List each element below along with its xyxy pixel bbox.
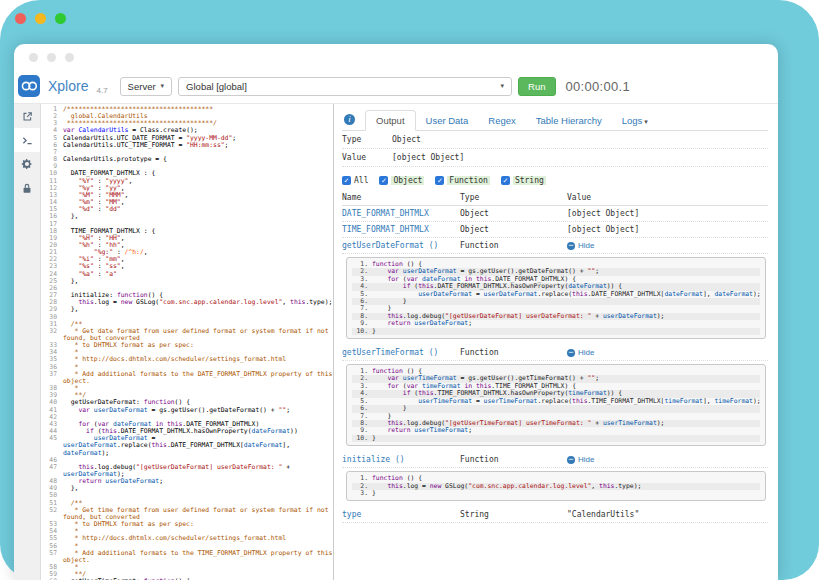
editor-line: 32 * Get date format from user defined f…: [41, 328, 333, 342]
code-editor[interactable]: 1/**************************************…: [41, 104, 334, 580]
result-name-link[interactable]: getUserDateFormat (): [342, 241, 438, 250]
hide-label: Hide: [578, 241, 594, 250]
code-line: 10.}: [352, 328, 760, 335]
run-button[interactable]: Run: [518, 77, 555, 96]
result-name-link[interactable]: getUserTimeFormat (): [342, 348, 438, 357]
filter-all[interactable]: ✓All: [342, 176, 368, 185]
xplore-logo-icon: [18, 75, 40, 97]
maximize-dot-icon: [55, 13, 66, 24]
code-line: 5. userDateFormat = userDateFormat.repla…: [352, 291, 760, 298]
execution-timer: 00:00:00.1: [566, 79, 630, 94]
editor-line: 6CalendarUtils.UTC_TIME_FORMAT = "HH:mm:…: [41, 142, 333, 149]
code-line: 6. }: [352, 298, 760, 305]
editor-line: 25 },: [41, 278, 333, 285]
window-chrome: [14, 44, 778, 71]
code-line-number: 3.: [352, 490, 368, 497]
checkbox-checked-icon[interactable]: ✓: [501, 176, 510, 185]
editor-line: 30: [41, 314, 333, 321]
sidebar-item-open-external-icon[interactable]: [14, 104, 40, 128]
filter-label: All: [354, 176, 368, 185]
sidebar-item-lock-icon[interactable]: [14, 176, 40, 200]
scope-combobox[interactable]: Global [global] ▾: [178, 77, 512, 96]
editor-line: 15 "%d" : "dd": [41, 206, 333, 213]
result-row: getUserDateFormat ()Function−Hide: [342, 238, 768, 254]
chevron-down-icon: ▾: [642, 118, 647, 125]
window-dot-icon: [47, 53, 56, 62]
checkbox-checked-icon[interactable]: ✓: [435, 176, 444, 185]
close-dot-icon: [15, 13, 26, 24]
result-summary-row: Value[object Object]: [342, 149, 768, 167]
code-line: 10.}: [352, 435, 760, 442]
sidebar-item-console-icon[interactable]: [14, 128, 40, 152]
tool-sidebar: [14, 104, 41, 580]
filter-function[interactable]: ✓Function: [435, 176, 490, 185]
filter-string[interactable]: ✓String: [501, 176, 546, 185]
result-value: [object Object]: [567, 209, 639, 218]
result-row: initialize ()Function−Hide: [342, 452, 768, 468]
gear-icon: [21, 158, 33, 170]
code-line-number: 10.: [352, 435, 368, 442]
line-number: 57: [41, 550, 57, 557]
tab-table-hierarchy[interactable]: Table Hierarchy: [526, 111, 612, 130]
screenshot-stage: Xplore 4.7 Server ▾ Global [global] ▾ Ru…: [0, 0, 819, 580]
output-tabs: i OutputUser DataRegexTable HierarchyLog…: [342, 108, 768, 131]
editor-line: 41 var userDateFormat = gs.getUser().get…: [41, 407, 333, 414]
editor-line: 52 * Get time format from user defined f…: [41, 507, 333, 521]
chevron-down-icon: ▾: [501, 82, 505, 90]
result-name-link[interactable]: initialize (): [342, 455, 405, 464]
result-name-link[interactable]: TIME_FORMAT_DHTMLX: [342, 225, 429, 234]
open-external-icon: [22, 111, 33, 122]
checkbox-checked-icon[interactable]: ✓: [342, 176, 351, 185]
editor-line: 50: [41, 492, 333, 499]
editor-line: 55 * http://docs.dhtmlx.com/scheduler/se…: [41, 535, 333, 542]
filter-label: Function: [447, 176, 490, 185]
summary-label: Value: [342, 153, 392, 162]
app-title: Xplore: [48, 78, 88, 94]
main-content: 1/**************************************…: [14, 104, 778, 580]
hide-toggle-link[interactable]: −Hide: [567, 348, 768, 357]
code-line-number: 10.: [352, 328, 368, 335]
tab-output[interactable]: Output: [365, 110, 416, 131]
code-line: 9. return userTimeFormat;: [352, 427, 760, 434]
summary-value: Object: [392, 135, 421, 144]
line-number: 52: [41, 507, 57, 514]
collapse-minus-icon: −: [567, 456, 575, 464]
result-type: Function: [460, 241, 567, 250]
sidebar-item-gear-icon[interactable]: [14, 152, 40, 176]
code-line: 3.}: [352, 490, 760, 497]
chevron-down-icon: ▾: [161, 82, 165, 90]
info-icon[interactable]: i: [344, 114, 355, 125]
result-type: Object: [460, 209, 567, 218]
editor-line: 49 },: [41, 485, 333, 492]
collapse-minus-icon: −: [567, 349, 575, 357]
server-dropdown[interactable]: Server ▾: [120, 77, 173, 96]
type-filters: ✓All✓Object✓Function✓String: [342, 176, 768, 185]
line-number: 47: [41, 464, 57, 471]
editor-line: 16 },: [41, 213, 333, 220]
tab-logs[interactable]: Logs ▾: [612, 111, 658, 130]
hide-toggle-link[interactable]: −Hide: [567, 455, 768, 464]
result-summary-row: TypeObject: [342, 131, 768, 149]
code-line: 5. userTimeFormat = userTimeFormat.repla…: [352, 398, 760, 405]
minimize-dot-icon: [35, 13, 46, 24]
tab-user-data[interactable]: User Data: [416, 111, 479, 130]
column-header-name: Name: [342, 193, 460, 202]
result-name-link[interactable]: type: [342, 510, 361, 519]
result-value: "CalendarUtils": [567, 510, 639, 519]
tab-regex[interactable]: Regex: [478, 111, 525, 130]
result-name-link[interactable]: DATE_FORMAT_DHTMLX: [342, 209, 429, 218]
editor-line: 35 * http://docs.dhtmlx.com/scheduler/se…: [41, 356, 333, 363]
filter-object[interactable]: ✓Object: [379, 176, 424, 185]
checkbox-checked-icon[interactable]: ✓: [379, 176, 388, 185]
line-number: 37: [41, 371, 57, 378]
frame-window-controls: [15, 13, 66, 24]
result-row: DATE_FORMAT_DHTMLXObject[object Object]: [342, 206, 768, 222]
editor-line: 8CalendarUtils.prototype = {: [41, 156, 333, 163]
code-line: 9. return userDateFormat;: [352, 320, 760, 327]
hide-toggle-link[interactable]: −Hide: [567, 241, 768, 250]
hide-label: Hide: [578, 348, 594, 357]
editor-line: 24 "%a" : "a": [41, 271, 333, 278]
result-row: typeString"CalendarUtils": [342, 507, 768, 523]
window-dot-icon: [65, 53, 74, 62]
result-row: getUserTimeFormat ()Function−Hide: [342, 345, 768, 361]
